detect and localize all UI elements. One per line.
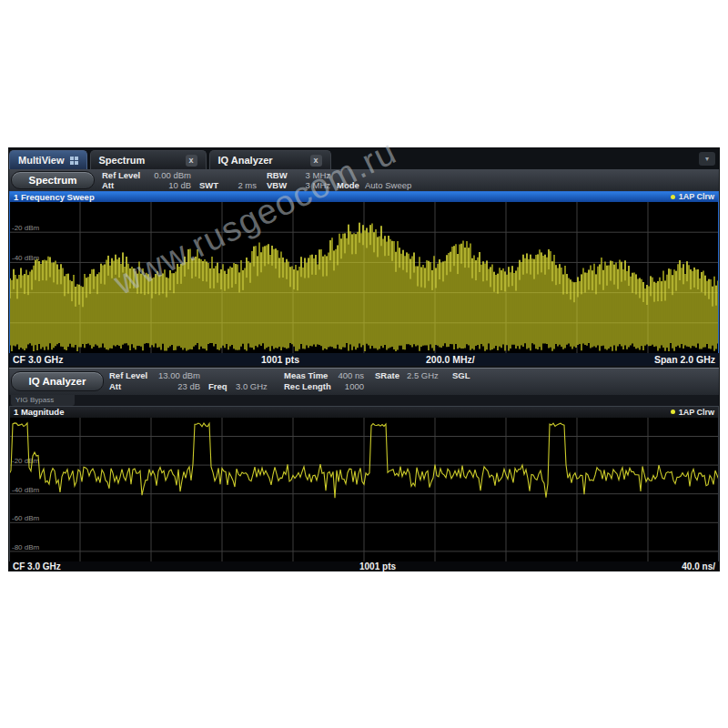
trace-label: 1AP Clrw: [679, 192, 714, 201]
ref-level-value[interactable]: 0.00 dBm: [142, 170, 191, 180]
mode-label: Mode: [337, 180, 359, 190]
spectrum-channel-header: Spectrum Ref Level 0.00 dBm Att 10 dB SW…: [9, 169, 719, 191]
tab-iq-analyzer[interactable]: IQ Analyzer x: [209, 150, 331, 169]
channel-tab-bar: MultiView Spectrum x IQ Analyzer x ▾: [9, 148, 719, 169]
trace-info[interactable]: 1AP Clrw: [671, 408, 714, 417]
axis-perdiv: 40.0 ns/: [682, 561, 715, 571]
ref-level-label: Ref Level: [102, 170, 140, 180]
frequency-sweep-axis-bar: CF 3.0 GHz 1001 pts 200.0 MHz/ Span 2.0 …: [9, 353, 719, 366]
frequency-sweep-title-bar[interactable]: 1 Frequency Sweep 1AP Clrw: [9, 191, 719, 202]
tab-multiview[interactable]: MultiView: [9, 150, 87, 169]
axis-cf: CF 3.0 GHz: [13, 561, 61, 571]
trace-info[interactable]: 1AP Clrw: [671, 192, 714, 201]
tab-multiview-label: MultiView: [18, 155, 65, 166]
att-label: Att: [102, 180, 114, 190]
meas-time-label: Meas Time: [284, 370, 328, 380]
magnitude-axis-bar: CF 3.0 GHz 1001 pts 40.0 ns/: [9, 561, 719, 571]
trace-label: 1AP Clrw: [679, 408, 714, 417]
rbw-label: RBW: [267, 170, 288, 180]
freq-value[interactable]: 3.0 GHz: [236, 381, 268, 391]
tab-spectrum-label: Spectrum: [99, 155, 146, 166]
frequency-sweep-chart[interactable]: -20 dBm-40 dBm: [9, 202, 719, 353]
close-icon[interactable]: x: [310, 155, 322, 167]
swt-value[interactable]: 2 ms: [224, 180, 257, 190]
analyzer-window: MultiView Spectrum x IQ Analyzer x ▾ Spe…: [9, 148, 719, 571]
srate-label: SRate: [375, 370, 399, 380]
close-icon[interactable]: x: [186, 155, 197, 167]
rbw-value[interactable]: 3 MHz: [292, 170, 330, 180]
att-value[interactable]: 23 dB: [147, 381, 200, 391]
axis-span: Span 2.0 GHz: [654, 354, 715, 365]
ref-level-label: Ref Level: [109, 370, 147, 380]
axis-pts: 1001 pts: [359, 561, 396, 571]
magnitude-window: 1 Magnitude 1AP Clrw -20 dBm-40 dBm-60 d…: [9, 406, 719, 571]
srate-value[interactable]: 2.5 GHz: [407, 370, 439, 380]
rec-length-label: Rec Length: [284, 381, 331, 391]
window-title: 1 Frequency Sweep: [14, 192, 95, 202]
freq-label: Freq: [208, 381, 228, 391]
meas-time-value[interactable]: 400 ns: [329, 370, 364, 380]
svg-text:-20 dBm: -20 dBm: [12, 224, 40, 232]
ref-level-value[interactable]: 13.00 dBm: [147, 370, 200, 380]
mode-value[interactable]: Auto Sweep: [365, 180, 411, 190]
sgl-indicator: SGL: [452, 370, 470, 380]
magnitude-title-bar[interactable]: 1 Magnitude 1AP Clrw: [9, 406, 719, 418]
yig-strip: YIG Bypass: [9, 395, 719, 406]
frequency-sweep-window: 1 Frequency Sweep 1AP Clrw -20 dBm-40 dB…: [9, 191, 719, 366]
svg-text:-80 dBm: -80 dBm: [12, 543, 40, 551]
att-value[interactable]: 10 dB: [142, 180, 191, 190]
vbw-value[interactable]: 3 MHz: [292, 180, 330, 190]
tab-iq-analyzer-label: IQ Analyzer: [218, 155, 273, 166]
vbw-label: VBW: [267, 180, 287, 190]
window-title: 1 Magnitude: [14, 407, 64, 417]
iq-channel-header: IQ Analyzer Ref Level 13.00 dBm Att 23 d…: [9, 368, 719, 395]
att-label: Att: [109, 381, 121, 391]
trace-dot-icon: [671, 410, 675, 414]
svg-text:-20 dBm: -20 dBm: [12, 457, 40, 465]
magnitude-chart[interactable]: -20 dBm-40 dBm-60 dBm-80 dBm: [9, 418, 719, 561]
spectrum-channel-button[interactable]: Spectrum: [11, 171, 95, 189]
yig-bypass-tab[interactable]: YIG Bypass: [11, 395, 75, 406]
axis-cf: CF 3.0 GHz: [13, 354, 63, 365]
svg-text:-60 dBm: -60 dBm: [12, 514, 40, 522]
axis-pts: 1001 pts: [261, 354, 299, 365]
axis-perdiv: 200.0 MHz/: [426, 354, 475, 365]
swt-label: SWT: [199, 180, 218, 190]
iq-channel-button[interactable]: IQ Analyzer: [11, 371, 104, 391]
multiview-grid-icon: [70, 157, 78, 165]
rec-length-value[interactable]: 1000: [329, 381, 364, 391]
trace-dot-icon: [671, 195, 675, 199]
tab-spectrum[interactable]: Spectrum x: [90, 150, 207, 169]
svg-text:-40 dBm: -40 dBm: [12, 486, 40, 494]
tab-overflow-icon[interactable]: ▾: [699, 152, 715, 166]
